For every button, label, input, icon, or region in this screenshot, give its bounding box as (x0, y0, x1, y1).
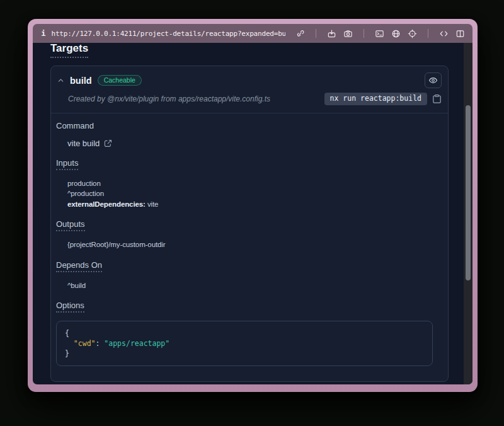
copy-command-button[interactable] (432, 94, 442, 104)
globe-icon[interactable] (391, 29, 401, 38)
command-value-row: vite build (67, 139, 438, 148)
toolbar-icons (295, 29, 465, 38)
view-target-button[interactable] (425, 72, 442, 88)
page-title: Targets (50, 43, 88, 58)
toolbar-separator (364, 29, 364, 38)
created-by-text: Created by @nx/vite/plugin from apps/rea… (68, 95, 270, 103)
input-item: ^production (67, 188, 438, 199)
inputs-heading: Inputs (56, 158, 438, 170)
target-icon[interactable] (408, 29, 417, 38)
input-item: externalDependencies: vite (67, 199, 438, 210)
depends-on-heading: Depends On (56, 260, 438, 272)
options-heading: Options (56, 301, 438, 313)
json-close-brace: } (65, 348, 424, 359)
chevron-up-icon[interactable] (57, 77, 64, 84)
info-icon: i (40, 29, 46, 38)
json-key: "cwd" (74, 339, 96, 348)
command-heading: Command (56, 121, 438, 130)
command-section: Command vite build (56, 121, 438, 148)
run-command-chip: nx run reactapp:build (324, 93, 427, 105)
json-value: "apps/reactapp" (104, 339, 169, 348)
terminal-icon[interactable] (375, 29, 384, 38)
code-icon[interactable] (439, 29, 449, 38)
input-item: production (67, 178, 438, 189)
options-code-block: { "cwd": "apps/reactapp" } (56, 321, 433, 366)
build-subheader: Created by @nx/vite/plugin from apps/rea… (51, 91, 448, 113)
target-name: build (70, 76, 92, 86)
depends-on-section: Depends On ^build (56, 260, 438, 291)
json-cwd-line: "cwd": "apps/reactapp" (65, 338, 424, 348)
project-details-page: Targets build Cacheable (33, 43, 472, 384)
build-details: Command vite build Inputs (51, 113, 448, 382)
address-bar[interactable]: http://127.0.0.1:4211/project-details/re… (51, 30, 285, 38)
clipboard-icon (432, 94, 442, 104)
target-card-build: build Cacheable Created by @nx/vite/plug… (50, 66, 449, 382)
scrollbar-track[interactable] (464, 43, 472, 384)
json-open-brace: { (65, 328, 424, 338)
toolbar-separator (428, 29, 428, 38)
camera-icon[interactable] (343, 29, 353, 38)
outputs-heading: Outputs (56, 219, 438, 231)
build-header[interactable]: build Cacheable (51, 66, 448, 91)
browser-window: i http://127.0.0.1:4211/project-details/… (28, 19, 478, 392)
outputs-section: Outputs {projectRoot}/my-custom-outdir (56, 219, 438, 250)
external-link-icon[interactable] (104, 139, 112, 147)
inputs-section: Inputs production ^production externalDe… (56, 158, 438, 210)
options-section: Options { "cwd": "apps/reactapp" } (56, 301, 438, 366)
link-icon[interactable] (295, 29, 305, 38)
scrollbar-thumb[interactable] (466, 105, 471, 280)
browser-toolbar: i http://127.0.0.1:4211/project-details/… (33, 24, 472, 43)
cacheable-badge: Cacheable (98, 75, 142, 86)
depends-on-item: ^build (67, 280, 438, 291)
toolbar-separator (316, 29, 316, 38)
window-inner: i http://127.0.0.1:4211/project-details/… (33, 24, 472, 384)
eye-icon (428, 76, 438, 85)
command-value: vite build (67, 139, 100, 148)
split-view-icon[interactable] (455, 29, 465, 38)
download-icon[interactable] (327, 29, 336, 38)
output-item: {projectRoot}/my-custom-outdir (67, 239, 438, 250)
